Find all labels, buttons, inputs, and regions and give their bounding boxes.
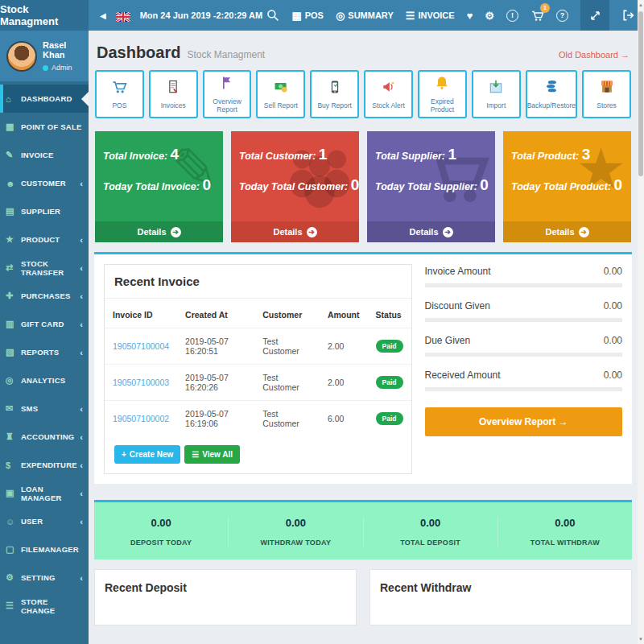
nav-pos[interactable]: ▦ POS [291, 10, 324, 22]
invoice-summary: Invoice Amount0.00 Discount Given0.00 Du… [425, 264, 622, 474]
sidebar-item-supplier[interactable]: ▤ SUPPLIER [0, 197, 89, 225]
old-dashboard-link[interactable]: Old Dashboard → [559, 50, 630, 60]
sidebar-item-store-change[interactable]: ☰ STORE CHANGE [0, 592, 89, 620]
supplier-details-link[interactable]: Details➔ [367, 221, 495, 242]
sidebar-item-invoice[interactable]: ✎ INVOICE [0, 141, 89, 169]
logout-icon[interactable] [621, 9, 634, 22]
total-withdraw: 0.00 TOTAL WITHDRAW [498, 517, 632, 547]
today-customer-value: 0 [351, 176, 359, 193]
chevron-left-icon: ‹ [80, 432, 83, 442]
search-icon[interactable] [266, 9, 279, 22]
arrow-circle-icon: ➔ [579, 227, 589, 237]
page-title: Dashboard [97, 43, 180, 62]
app-logo[interactable]: Stock Managment [0, 0, 89, 31]
sidebar-item-expenditure[interactable]: $ EXPENDITURE ‹ [0, 451, 89, 479]
pos-icon: ▦ [6, 122, 18, 132]
sidebar-item-dashboard[interactable]: ⌂ DASHBOARD [0, 85, 89, 113]
product-details-link[interactable]: Details➔ [503, 221, 631, 242]
nav-invoice[interactable]: ☰ INVOICE [406, 10, 455, 22]
avatar[interactable] [6, 41, 37, 72]
scroll-up-icon[interactable]: ▲ [638, 0, 644, 10]
sidebar-item-user[interactable]: ☺ USER ‹ [0, 507, 89, 535]
sidebar-item-reports[interactable]: ▧ REPORTS ‹ [0, 338, 89, 366]
shortcut-backup-restore[interactable]: Backup/Restore [526, 70, 577, 118]
cart-icon [111, 79, 127, 98]
sidebar-item-product[interactable]: ★ PRODUCT ‹ [0, 225, 89, 254]
analytics-icon: ◎ [6, 375, 18, 386]
summary-label: Received Amount [425, 369, 501, 381]
invoice-id-link[interactable]: 190507100002 [113, 414, 169, 423]
sidebar-item-accounting[interactable]: ♜ ACCOUNTING ‹ [0, 423, 89, 451]
cart-icon[interactable]: 1 [530, 9, 544, 23]
sidebar-item-filemanager[interactable]: ▢ FILEMANAGER [0, 535, 89, 564]
sidebar-item-analytics[interactable]: ◎ ANALYTICS [0, 366, 89, 394]
shortcut-expired-product[interactable]: Expired Product [418, 70, 467, 118]
money-icon [273, 79, 289, 98]
withdraw-today: 0.00 WITHDRAW TODAY [229, 517, 363, 547]
shortcut-import[interactable]: Import [472, 70, 521, 118]
gear-icon[interactable]: ⚙ [485, 10, 494, 22]
sidebar-item-point-of-sale[interactable]: ▦ POINT OF SALE [0, 113, 89, 141]
deposit-today: 0.00 DEPOSIT TODAY [94, 517, 229, 547]
nav-summary[interactable]: ◎ SUMMARY [336, 10, 394, 22]
help-icon[interactable]: ? [556, 10, 568, 22]
sidebar-item-customer[interactable]: ☻ CUSTOMER ‹ [0, 169, 89, 197]
sidebar-collapse-icon[interactable]: ◀ [100, 11, 106, 20]
heart-icon[interactable]: ♥ [467, 10, 473, 22]
sidebar-item-setting[interactable]: ⚙ SETTING ‹ [0, 564, 89, 592]
invoice-id-link[interactable]: 190507100004 [113, 341, 169, 351]
supplier-icon: ▤ [6, 206, 18, 217]
customer-details-link[interactable]: Details➔ [231, 221, 359, 242]
expenditure-icon: $ [6, 460, 18, 470]
alert-circle-icon[interactable]: ! [506, 10, 518, 22]
create-new-button[interactable]: +Create New [114, 445, 180, 464]
view-all-button[interactable]: ☰View All [184, 445, 240, 464]
bell-icon [434, 75, 450, 94]
col-invoice-id: Invoice ID [105, 299, 177, 328]
sidebar-item-gift-card[interactable]: ▥ GIFT CARD ‹ [0, 310, 89, 338]
scrollbar-thumb[interactable] [638, 11, 643, 176]
shortcut-invoices[interactable]: Invoices [149, 70, 198, 118]
arrow-circle-icon: ➔ [307, 227, 317, 237]
scroll-down-icon[interactable]: ▼ [638, 634, 644, 644]
invoice-details-link[interactable]: Details➔ [95, 221, 223, 242]
page-scrollbar[interactable]: ▲ ▼ [638, 0, 644, 644]
transfer-icon: ⇄ [6, 262, 18, 273]
megaphone-icon [381, 79, 397, 98]
shortcut-overview-report[interactable]: Overview Report [203, 70, 252, 118]
shortcut-pos[interactable]: POS [95, 70, 144, 118]
sidebar-menu: ⌂ DASHBOARD ▦ POINT OF SALE ✎ INVOICE ☻ … [0, 85, 89, 620]
today-product-value: 0 [614, 176, 623, 193]
stat-cards: ✎ Total Invoice: 4 Today Total Invoice: … [94, 131, 632, 242]
shortcut-stock-alert[interactable]: Stock Alert [364, 70, 413, 118]
summary-value: 0.00 [604, 300, 622, 312]
chevron-left-icon: ‹ [80, 291, 83, 301]
datetime-label: Mon 24 Jun 2019 -2:20:29 AM [140, 10, 262, 20]
cart-badge: 1 [540, 3, 550, 13]
fullscreen-icon[interactable] [580, 0, 609, 31]
chevron-left-icon: ‹ [80, 517, 83, 526]
recent-invoice-table: Invoice ID Created At Customer Amount St… [105, 299, 411, 436]
recent-invoice-title: Recent Invoice [105, 265, 411, 299]
sidebar-item-purchases[interactable]: ✚ PURCHASES ‹ [0, 282, 89, 310]
user-icon: ☺ [6, 517, 18, 526]
target-icon: ◎ [336, 10, 345, 22]
nav-summary-label: SUMMARY [348, 10, 393, 20]
shortcut-buy-report[interactable]: Buy Report [310, 70, 359, 118]
shortcut-sell-report[interactable]: Sell Report [256, 70, 305, 118]
nav-pos-label: POS [305, 10, 324, 20]
invoice-id-link[interactable]: 190507100003 [113, 378, 169, 387]
product-icon: ★ [6, 234, 18, 245]
customer-icon: ☻ [6, 179, 18, 188]
sidebar-item-stock-transfer[interactable]: ⇄ STOCK TRANSFER ‹ [0, 254, 89, 282]
shortcut-bar: POS Invoices Overview Report Sell Report… [94, 68, 632, 120]
language-flag-icon[interactable] [116, 10, 130, 20]
overview-report-button[interactable]: Overview Report → [425, 407, 622, 436]
giftcard-icon: ▥ [6, 319, 18, 329]
arrow-circle-icon: ➔ [443, 227, 453, 237]
summary-label: Discount Given [425, 300, 490, 312]
today-supplier-value: 0 [480, 176, 489, 193]
shortcut-stores[interactable]: Stores [582, 70, 631, 118]
sidebar-item-sms[interactable]: ✉ SMS ‹ [0, 394, 89, 423]
sidebar-item-loan-manager[interactable]: ▣ LOAN MANAGER ‹ [0, 479, 89, 507]
